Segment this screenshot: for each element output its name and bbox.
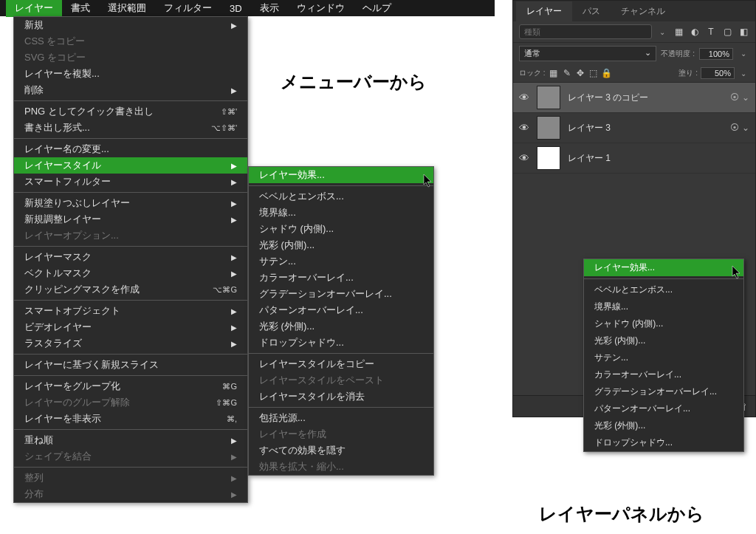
caption-menubar: メニューバーから [281,70,427,94]
menu-item[interactable]: サテン... [249,253,433,270]
lock-all-icon[interactable]: 🔒 [602,67,612,79]
menu-item[interactable]: レイヤーに基づく新規スライス [14,357,247,373]
menu-item[interactable]: レイヤー名の変更... [14,141,247,157]
menu-item[interactable]: 新規調整レイヤー▶ [14,211,247,227]
chevron-right-icon: ▶ [231,216,237,224]
menubar-item-7[interactable]: ヘルプ [354,0,400,17]
menu-item[interactable]: 光彩 (内側)... [249,237,433,253]
visibility-eye-icon[interactable]: 👁 [519,122,529,134]
fx-indicator[interactable]: ⦿⌄ [730,123,749,133]
visibility-eye-icon[interactable]: 👁 [519,92,529,103]
fx-indicator[interactable]: ⦿⌄ [730,92,749,103]
menu-item[interactable]: ラスタライズ▶ [14,335,247,352]
blend-mode-select[interactable]: 通常 ⌄ [519,46,656,61]
menu-item[interactable]: 光彩 (外側)... [249,318,433,335]
menu-item[interactable]: レイヤーマスク▶ [14,249,247,265]
menu-item[interactable]: レイヤー効果... [584,259,743,276]
menu-item[interactable]: レイヤー効果... [249,167,433,183]
menu-item[interactable]: クリッピングマスクを作成⌥⌘G [14,281,247,298]
menu-item[interactable]: 削除▶ [14,82,247,98]
layer-thumbnail[interactable] [537,86,560,109]
layer-item[interactable]: 👁レイヤー 1 [513,143,755,174]
menubar-item-6[interactable]: ウィンドウ [288,0,354,17]
menu-item[interactable]: ベベルとエンボス... [584,281,743,298]
panel-tab-1[interactable]: パス [572,1,611,21]
lock-move-icon[interactable]: ✥ [575,67,585,79]
visibility-eye-icon[interactable]: 👁 [519,152,529,164]
menu-item[interactable]: 重ね順▶ [14,432,247,448]
panel-tab-0[interactable]: レイヤー [516,1,572,21]
menu-item[interactable]: スマートオブジェクト▶ [14,303,247,319]
separator [14,300,247,301]
menu-item[interactable]: ドロップシャドウ... [584,434,743,451]
menubar-item-2[interactable]: 選択範囲 [99,0,155,17]
panel-tab-2[interactable]: チャンネル [611,1,676,21]
separator [584,278,743,279]
fill-value[interactable]: 50% [701,67,735,79]
menu-item[interactable]: レイヤースタイルを消去 [249,388,433,405]
filter-shape-icon[interactable]: ▢ [721,26,733,38]
menu-item[interactable]: PNG としてクイック書き出し⇧⌘' [14,103,247,120]
menu-item[interactable]: レイヤースタイルをコピー [249,356,433,372]
menu-item[interactable]: シャドウ (内側)... [249,221,433,237]
menu-item[interactable]: カラーオーバーレイ... [584,366,743,383]
layer-item[interactable]: 👁レイヤー 3 のコピー⦿⌄ [513,83,755,113]
menu-item[interactable]: レイヤーをグループ化⌘G [14,378,247,394]
menu-item: レイヤースタイルをペースト [249,372,433,388]
menu-item[interactable]: スマートフィルター▶ [14,174,247,190]
menu-item[interactable]: ベベルとエンボス... [249,188,433,205]
menu-item[interactable]: レイヤーを非表示⌘, [14,411,247,427]
menu-item[interactable]: ドロップシャドウ... [249,335,433,351]
menubar-item-5[interactable]: 表示 [251,0,288,17]
chevron-right-icon: ▶ [231,162,237,170]
opacity-value[interactable]: 100% [699,48,733,60]
layer-style-submenu: レイヤー効果...ベベルとエンボス...境界線...シャドウ (内側)...光彩… [248,166,434,476]
filter-type-icon[interactable]: T [705,26,717,38]
chevron-down-icon[interactable]: ⌄ [656,28,668,36]
menubar-item-0[interactable]: レイヤー [6,0,62,17]
filter-adjust-icon[interactable]: ◐ [689,26,701,38]
menu-item[interactable]: 境界線... [584,298,743,315]
fx-context-menu: レイヤー効果...ベベルとエンボス...境界線...シャドウ (内側)...光彩… [583,259,744,452]
chevron-right-icon: ▶ [231,474,237,482]
menu-item: レイヤーのグループ解除⇧⌘G [14,394,247,411]
menu-item[interactable]: レイヤーを複製... [14,66,247,82]
menu-item[interactable]: シャドウ (内側)... [584,315,743,332]
menubar-item-1[interactable]: 書式 [62,0,99,17]
chevron-right-icon: ▶ [231,453,237,461]
filter-smart-icon[interactable]: ◧ [738,26,749,38]
lock-pixels-icon[interactable]: ▦ [549,67,559,79]
separator [14,375,247,376]
layer-thumbnail[interactable] [537,116,560,140]
menubar-item-4[interactable]: 3D [221,1,251,16]
lock-artboard-icon[interactable]: ⬚ [588,67,599,79]
fill-label: 塗り : [678,68,698,78]
menu-item[interactable]: サテン... [584,349,743,366]
menu-item[interactable]: カラーオーバーレイ... [249,270,433,286]
chevron-down-icon[interactable]: ⌄ [738,69,749,78]
menu-item[interactable]: グラデーションオーバーレイ... [584,383,743,400]
lock-brush-icon[interactable]: ✎ [562,67,572,79]
menu-item[interactable]: 光彩 (内側)... [584,332,743,349]
menu-item[interactable]: 包括光源... [249,410,433,426]
menu-item[interactable]: 境界線... [249,205,433,221]
layer-name-label: レイヤー 3 のコピー [568,92,723,104]
menu-item[interactable]: 書き出し形式...⌥⇧⌘' [14,120,247,136]
filter-image-icon[interactable]: ▦ [673,26,684,38]
layer-item[interactable]: 👁レイヤー 3⦿⌄ [513,113,755,143]
menu-item[interactable]: ベクトルマスク▶ [14,265,247,281]
layer-filter-select[interactable] [519,24,652,39]
separator [14,467,247,468]
menu-item[interactable]: 新規塗りつぶしレイヤー▶ [14,195,247,211]
layer-thumbnail[interactable] [537,146,560,170]
chevron-down-icon[interactable]: ⌄ [738,49,749,58]
menu-item[interactable]: パターンオーバーレイ... [249,302,433,318]
menu-item[interactable]: すべての効果を隠す [249,442,433,459]
menu-item[interactable]: レイヤースタイル▶ [14,157,247,174]
menu-item[interactable]: パターンオーバーレイ... [584,400,743,417]
menu-item[interactable]: 新規▶ [14,17,247,33]
menu-item[interactable]: 光彩 (外側)... [584,417,743,434]
menubar-item-3[interactable]: フィルター [155,0,221,17]
menu-item[interactable]: ビデオレイヤー▶ [14,319,247,335]
menu-item[interactable]: グラデーションオーバーレイ... [249,286,433,302]
